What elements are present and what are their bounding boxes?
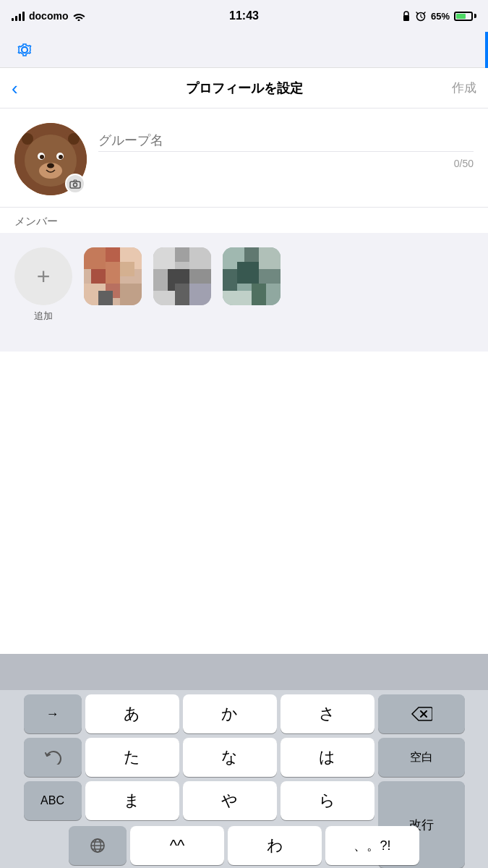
svg-rect-46 [266,284,281,305]
gear-icon[interactable] [14,40,35,60]
top-app-bar [0,32,488,68]
status-left: docomo [12,10,85,22]
lock-icon [402,10,411,22]
add-circle-icon: + [14,247,72,305]
camera-icon [69,179,81,189]
svg-rect-33 [189,269,211,284]
svg-rect-25 [98,291,113,305]
key-globe[interactable] [69,826,127,865]
signal-icon [12,11,25,21]
svg-rect-40 [259,247,281,269]
battery-pct: 65% [431,11,450,22]
member-1-avatar-img [84,247,142,305]
key-ya[interactable]: や [183,781,277,820]
add-member-button[interactable]: + 追加 [14,247,72,323]
svg-rect-42 [237,262,259,284]
svg-point-13 [47,163,54,169]
svg-rect-30 [189,247,211,269]
svg-rect-31 [153,269,168,291]
svg-rect-22 [120,262,134,276]
add-label: 追加 [34,310,53,323]
svg-rect-0 [403,15,409,21]
status-bar: docomo 11:43 65% [0,0,488,32]
svg-point-15 [74,183,77,187]
wifi-icon [72,11,85,21]
svg-rect-43 [259,269,281,284]
svg-rect-21 [106,262,120,284]
svg-rect-29 [175,247,189,262]
svg-rect-28 [153,247,175,269]
svg-rect-17 [84,247,106,269]
key-hat[interactable]: ^^ [130,826,224,865]
member-3-avatar-img [223,247,281,305]
page-title: プロフィールを設定 [186,80,303,97]
svg-rect-35 [175,284,189,305]
avatar-container[interactable] [14,123,87,195]
name-input-area: 0/50 [98,123,474,169]
backspace-icon [411,706,432,722]
status-time: 11:43 [229,9,259,22]
key-ta[interactable]: た [85,738,179,777]
key-ra[interactable]: ら [281,781,374,820]
member-2-avatar-img [153,247,211,305]
tab-indicator [485,32,488,68]
key-wa[interactable]: わ [228,826,322,865]
camera-badge[interactable] [65,174,85,194]
member-avatar-2[interactable] [153,247,211,305]
key-arrow[interactable]: → [24,694,82,733]
status-right: 65% [402,10,476,22]
members-list: + 追加 [0,233,488,352]
svg-rect-39 [244,247,259,262]
member-avatar-3[interactable] [223,247,281,305]
key-undo[interactable] [24,738,82,777]
svg-rect-18 [106,247,120,262]
battery-icon [454,12,476,21]
svg-rect-44 [223,291,252,305]
char-count: 0/50 [454,158,474,169]
svg-rect-34 [153,291,175,305]
key-ka[interactable]: か [183,694,277,733]
svg-rect-20 [91,269,106,284]
key-delete[interactable] [378,694,465,733]
member-avatar-1[interactable] [84,247,142,305]
key-a[interactable]: あ [85,694,179,733]
nav-header: ‹ プロフィールを設定 作成 [0,68,488,109]
keyboard-rows: → あ か さ た な は 空白 [0,690,488,868]
key-abc[interactable]: ABC [24,781,82,820]
svg-rect-26 [120,284,142,305]
undo-icon [44,750,61,765]
members-section: メンバー + 追加 [0,208,488,352]
create-button[interactable]: 作成 [452,80,476,96]
svg-rect-41 [223,269,237,291]
key-punct[interactable]: 、。?! [325,826,419,865]
svg-rect-45 [252,284,266,305]
keyboard-row-2: た な は 空白 [3,738,485,777]
key-na[interactable]: な [183,738,277,777]
keyboard: → あ か さ た な は 空白 [0,654,488,868]
key-space[interactable]: 空白 [378,738,465,777]
svg-rect-36 [189,284,211,305]
group-name-input[interactable] [98,130,474,152]
keyboard-row-4: ^^ わ 、。?! [3,826,485,865]
carrier-label: docomo [29,10,68,22]
globe-icon [89,837,106,854]
keyboard-spacer [0,654,488,690]
key-ha[interactable]: は [281,738,374,777]
svg-point-12 [59,155,63,159]
key-sa[interactable]: さ [281,694,374,733]
key-ma[interactable]: ま [85,781,179,820]
svg-point-11 [40,155,44,159]
alarm-icon [415,10,427,22]
keyboard-row-1: → あ か さ [3,694,485,733]
back-button[interactable]: ‹ [12,79,18,98]
members-header: メンバー [0,208,488,233]
profile-setup: 0/50 [0,109,488,208]
